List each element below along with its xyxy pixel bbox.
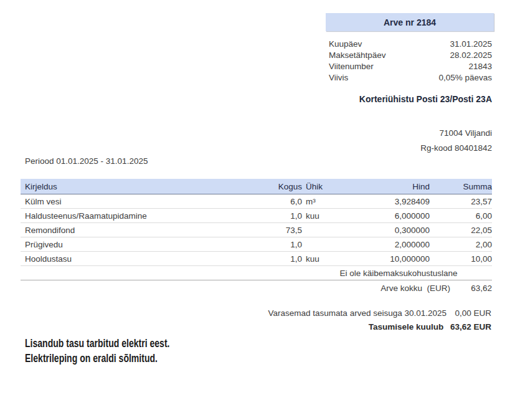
cell-hind: 6,000000 xyxy=(340,211,430,221)
cell-summa: 10,00 xyxy=(430,254,492,264)
footer-note: Elektrileping on eraldi sõlmitud. xyxy=(25,351,170,366)
cell-kirjeldus: Külm vesi xyxy=(25,197,265,206)
cell-kirjeldus: Haldusteenus/Raamatupidamine xyxy=(25,211,265,221)
cell-hind: 2,000000 xyxy=(340,240,430,249)
vat-note-row: Ei ole käibemaksukohustuslane xyxy=(21,266,492,280)
invoice-page: Arve nr 2184 Kuupäev 31.01.2025 Maksetäh… xyxy=(0,0,520,420)
invoice-total-row: Arve kokku (EUR) 63,62 xyxy=(21,280,492,295)
invoice-table: Kirjeldus Kogus Ühik Hind Summa Külm ves… xyxy=(21,179,492,295)
cell-kirjeldus: Remondifond xyxy=(25,226,265,235)
cell-kogus: 6,0 xyxy=(265,197,302,206)
meta-row: Maksetähtpäev 28.02.2025 xyxy=(329,50,492,61)
table-header-row: Kirjeldus Kogus Ühik Hind Summa xyxy=(21,179,492,194)
meta-value: 21843 xyxy=(468,61,492,72)
cell-yhik: m³ xyxy=(306,197,340,206)
company-name: Korteriühistu Posti 23/Posti 23A xyxy=(359,94,492,104)
cell-kogus: 1,0 xyxy=(265,254,302,264)
invoice-title: Arve nr 2184 xyxy=(384,17,436,27)
table-row: Prügivedu 1,0 2,000000 2,00 xyxy=(21,237,492,252)
column-header-kogus: Kogus xyxy=(265,182,302,191)
invoice-total-value: 63,62 xyxy=(450,284,492,293)
cell-kogus: 1,0 xyxy=(265,211,302,221)
meta-label: Maksetähtpäev xyxy=(329,50,386,61)
cell-yhik: kuu xyxy=(306,211,340,221)
cell-summa: 6,00 xyxy=(430,211,492,221)
amount-due-row: Tasumisele kuulub 63,62 EUR xyxy=(369,322,491,332)
meta-row: Viivis 0,05% päevas xyxy=(329,72,492,84)
footer-notes: Lisandub tasu tarbitud elektri eest.Elek… xyxy=(25,336,170,366)
cell-hind: 10,000000 xyxy=(340,254,430,264)
cell-summa: 23,57 xyxy=(430,197,492,206)
table-row: Külm vesi 6,0 m³ 3,928409 23,57 xyxy=(21,194,492,209)
vat-note: Ei ole käibemaksukohustuslane xyxy=(305,269,492,278)
amount-due-label: Tasumisele kuulub xyxy=(369,322,444,332)
column-header-kirjeldus: Kirjeldus xyxy=(25,182,265,191)
meta-value: 0,05% päevas xyxy=(438,72,492,84)
cell-hind: 3,928409 xyxy=(340,197,430,206)
table-row: Remondifond 73,5 0,300000 22,05 xyxy=(21,223,492,237)
column-header-summa: Summa xyxy=(430,182,492,191)
meta-row: Viitenumber 21843 xyxy=(329,61,492,72)
cell-summa: 22,05 xyxy=(430,226,492,235)
cell-kogus: 73,5 xyxy=(265,226,302,235)
invoice-meta: Kuupäev 31.01.2025 Maksetähtpäev 28.02.2… xyxy=(329,39,492,84)
cell-hind: 0,300000 xyxy=(340,226,430,235)
previous-balance-label: Varasemad tasumata arved seisuga 30.01.2… xyxy=(268,308,447,318)
invoice-title-box: Arve nr 2184 xyxy=(326,13,494,31)
meta-label: Kuupäev xyxy=(329,39,362,50)
previous-balance-value: 0,00 EUR xyxy=(447,308,491,318)
meta-row: Kuupäev 31.01.2025 xyxy=(329,39,492,50)
meta-label: Viitenumber xyxy=(329,61,374,72)
company-address: 71004 ViljandiRg-kood 80401842 xyxy=(420,126,492,156)
period-line: Periood 01.01.2025 - 31.01.2025 xyxy=(25,156,148,166)
table-row: Hooldustasu 1,0 kuu 10,000000 10,00 xyxy=(21,252,492,266)
table-body: Külm vesi 6,0 m³ 3,928409 23,57 Halduste… xyxy=(21,194,492,266)
table-row: Haldusteenus/Raamatupidamine 1,0 kuu 6,0… xyxy=(21,209,492,223)
column-header-hind: Hind xyxy=(340,182,430,191)
address-line: Rg-kood 80401842 xyxy=(420,141,492,156)
cell-summa: 2,00 xyxy=(430,240,492,249)
column-header-yhik: Ühik xyxy=(306,182,340,191)
amount-due-value: 63,62 EUR xyxy=(450,322,491,332)
footer-note: Lisandub tasu tarbitud elektri eest. xyxy=(25,336,170,351)
cell-kirjeldus: Hooldustasu xyxy=(25,254,265,264)
cell-kirjeldus: Prügivedu xyxy=(25,240,265,249)
invoice-total-label: Arve kokku (EUR) xyxy=(381,284,450,293)
meta-value: 28.02.2025 xyxy=(450,50,492,61)
address-line: 71004 Viljandi xyxy=(420,126,492,141)
meta-value: 31.01.2025 xyxy=(450,39,492,50)
meta-label: Viivis xyxy=(329,72,348,84)
cell-yhik: kuu xyxy=(306,254,340,264)
cell-kogus: 1,0 xyxy=(265,240,302,249)
previous-balance-row: Varasemad tasumata arved seisuga 30.01.2… xyxy=(268,308,491,318)
